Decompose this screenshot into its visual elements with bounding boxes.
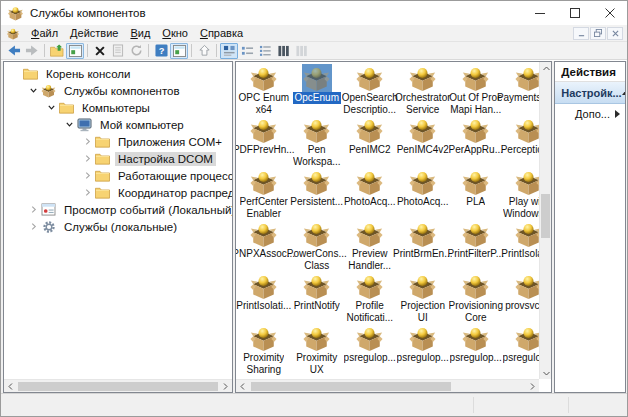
dcom-application-icon [249, 324, 279, 352]
dcom-application-icon [514, 116, 539, 144]
dcom-app-item[interactable]: PrintIsolati... [502, 220, 539, 272]
large-icons-view-icon[interactable] [220, 43, 238, 59]
scroll-right-icon[interactable] [526, 380, 539, 393]
dcom-app-item[interactable]: PowerCons... Class [290, 220, 343, 272]
dcom-app-item[interactable]: PrintBrmEn... [396, 220, 449, 272]
dcom-app-item[interactable]: Proximity UX Host [290, 324, 343, 376]
scroll-down-icon[interactable] [540, 367, 552, 379]
dcom-app-item[interactable]: Provisioning Core [449, 272, 502, 324]
tree-horizontal-scrollbar[interactable] [4, 379, 232, 392]
dcom-app-item[interactable]: OPC Enum x64 Categ... [237, 64, 290, 116]
show-action-pane-icon[interactable] [170, 43, 188, 59]
actions-more-label: Допо... [575, 108, 610, 120]
dcom-app-item[interactable]: psregulop... [343, 324, 396, 376]
dcom-application-icon [355, 324, 385, 352]
scroll-left-icon[interactable] [4, 380, 17, 393]
list-vertical-scrollbar[interactable] [539, 62, 551, 379]
menu-вид[interactable]: Вид [124, 26, 156, 40]
dcom-app-item[interactable]: Perception... [502, 116, 539, 168]
tree-item-dcom-config[interactable]: Настройка DCOM [4, 150, 232, 167]
mdi-minimize-button[interactable] [573, 27, 589, 40]
tree-item-running-processes[interactable]: Работающие процессы [4, 167, 232, 184]
chevron-collapsed-icon[interactable] [80, 152, 94, 166]
chevron-expanded-icon[interactable] [44, 101, 58, 115]
delete-icon[interactable] [91, 43, 109, 59]
maximize-button[interactable] [557, 1, 592, 25]
close-button[interactable] [592, 1, 627, 25]
dcom-app-item[interactable]: psregulop... [449, 324, 502, 376]
dcom-app-item[interactable]: PrintFilterP... [449, 220, 502, 272]
dcom-app-item[interactable]: psregulop... [396, 324, 449, 376]
small-icons-view-icon[interactable] [238, 43, 256, 59]
dcom-application-icon [514, 220, 539, 248]
chevron-expanded-icon[interactable] [62, 118, 76, 132]
menu-файл[interactable]: Файл [25, 26, 64, 40]
back-icon[interactable] [5, 43, 23, 59]
dcom-app-item[interactable]: provsvc.dll [502, 272, 539, 324]
menu-справка[interactable]: Справка [194, 26, 249, 40]
chevron-collapsed-icon[interactable] [80, 135, 94, 149]
minimize-button[interactable] [522, 1, 557, 25]
scroll-thumb[interactable] [18, 382, 218, 391]
dcom-application-icon [355, 168, 385, 196]
dcom-app-item[interactable]: PerfCenter Enabler [237, 168, 290, 220]
dcom-app-item[interactable]: PrintNotify [290, 272, 343, 324]
tree-item-my-computer[interactable]: Мой компьютер [4, 116, 232, 133]
dcom-app-item[interactable]: psregulop... [502, 324, 539, 376]
dcom-app-item[interactable]: PDFPrevHn... [237, 116, 290, 168]
dcom-app-item[interactable]: OpenSearch Descriptio... [343, 64, 396, 116]
dcom-app-item[interactable]: Persistent... [290, 168, 343, 220]
dcom-app-item[interactable]: PhotoAcq... [396, 168, 449, 220]
chevron-collapsed-icon[interactable] [80, 186, 94, 200]
actions-more-item[interactable]: Допо... [555, 104, 625, 124]
tree-item-distributed-transaction-coordinator[interactable]: Координатор распределенных транзакций [4, 184, 232, 201]
dcom-app-item[interactable]: PNPXAssoc... [237, 220, 290, 272]
scroll-thumb[interactable] [251, 382, 451, 391]
scroll-left-icon[interactable] [236, 380, 249, 393]
tree-item-computers[interactable]: Компьютеры [4, 99, 232, 116]
list-horizontal-scrollbar[interactable] [236, 379, 539, 392]
dcom-app-item[interactable]: Pen Workspa... [290, 116, 343, 168]
details-view-icon[interactable] [274, 43, 292, 59]
dcom-app-item[interactable]: PhotoAcq... [343, 168, 396, 220]
chevron-collapsed-icon[interactable] [26, 220, 40, 234]
dcom-app-item[interactable]: PenIMC4v2 [396, 116, 449, 168]
dcom-app-item[interactable]: Proximity Sharing [237, 324, 290, 376]
dcom-app-item[interactable]: PrintIsolati... [237, 272, 290, 324]
dcom-app-item[interactable]: Orchestrator Service [396, 64, 449, 116]
chevron-collapsed-icon[interactable] [80, 169, 94, 183]
dcom-app-item[interactable]: Preview Handler... [343, 220, 396, 272]
folder-icon [94, 168, 111, 183]
mdi-restore-button[interactable] [590, 27, 606, 40]
tree-item-services-local[interactable]: Службы (локальные) [4, 218, 232, 235]
tree-item-component-services[interactable]: Службы компонентов [4, 82, 232, 99]
scroll-up-icon[interactable] [540, 62, 552, 74]
menu-окно[interactable]: Окно [156, 26, 194, 40]
actions-section-dcom-config[interactable]: Настройк... [555, 82, 625, 104]
tree-item-com-plus-applications[interactable]: Приложения COM+ [4, 133, 232, 150]
mdi-close-button[interactable] [607, 27, 623, 40]
scroll-right-icon[interactable] [219, 380, 232, 393]
dcom-app-item[interactable]: PerAppRu... [449, 116, 502, 168]
dcom-app-item[interactable]: OpcEnum [290, 64, 343, 116]
list-view-icon[interactable] [256, 43, 274, 59]
dcom-app-item[interactable]: PenIMC2 [343, 116, 396, 168]
tree-item-event-viewer[interactable]: Просмотр событий (Локальный) [4, 201, 232, 218]
tree-item-label: Работающие процессы [115, 169, 232, 183]
scroll-thumb[interactable] [541, 194, 550, 238]
up-one-level-icon[interactable] [48, 43, 66, 59]
dcom-app-item[interactable]: PaymentsSv... [502, 64, 539, 116]
help-icon[interactable]: ? [152, 43, 170, 59]
chevron-collapsed-icon[interactable] [26, 203, 40, 217]
dcom-app-item[interactable]: Out Of Proc Mapi Han... [449, 64, 502, 116]
menu-действие[interactable]: Действие [64, 26, 124, 40]
collapse-section-icon[interactable] [622, 90, 626, 95]
show-console-tree-icon[interactable] [66, 43, 84, 59]
dcom-app-item[interactable]: PLA [449, 168, 502, 220]
chevron-expanded-icon[interactable] [26, 84, 40, 98]
dcom-app-item[interactable]: Play with Windows ... [502, 168, 539, 220]
dcom-app-item[interactable]: Projection UI [396, 272, 449, 324]
dcom-app-item[interactable]: Profile Notificati... [343, 272, 396, 324]
tree-item-console-root[interactable]: Корень консоли [4, 65, 232, 82]
toolbar-separator [216, 44, 217, 57]
